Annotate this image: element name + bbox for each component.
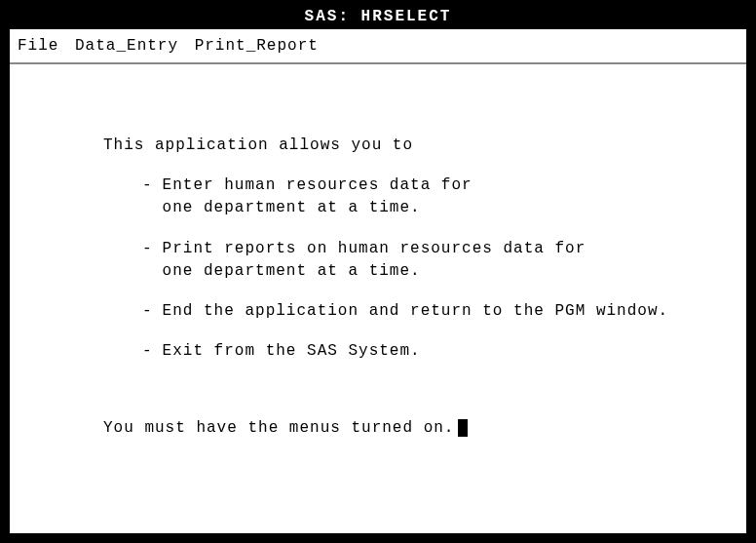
list-item-text: Enter human resources data for one depar… [163, 175, 472, 219]
intro-text: This application allows you to [103, 135, 727, 157]
feature-list: - Enter human resources data for one dep… [103, 175, 727, 363]
window-body: File Data_Entry Print_Report This applic… [10, 29, 746, 533]
dash-icon: - [142, 300, 153, 323]
menu-bar: File Data_Entry Print_Report [10, 29, 746, 64]
dash-icon: - [142, 340, 153, 363]
footer-message: You must have the menus turned on. [103, 419, 454, 437]
window-title: SAS: HRSELECT [10, 6, 746, 29]
menu-data-entry[interactable]: Data_Entry [75, 37, 178, 55]
menu-print-report[interactable]: Print_Report [195, 37, 319, 55]
list-item: - Print reports on human resources data … [142, 238, 727, 283]
footer-text: You must have the menus turned on. [103, 417, 727, 440]
text-cursor [458, 419, 468, 437]
dash-icon: - [142, 175, 153, 219]
list-item: - End the application and return to the … [142, 300, 727, 323]
list-item-text: End the application and return to the PG… [163, 300, 668, 323]
menu-file[interactable]: File [18, 37, 58, 55]
list-item-text: Exit from the SAS System. [163, 340, 421, 363]
list-item: - Exit from the SAS System. [142, 340, 727, 363]
dash-icon: - [142, 238, 153, 283]
list-item-text: Print reports on human resources data fo… [163, 238, 586, 283]
app-frame: SAS: HRSELECT File Data_Entry Print_Repo… [0, 0, 756, 543]
content-area: This application allows you to - Enter h… [10, 64, 746, 533]
list-item: - Enter human resources data for one dep… [142, 175, 727, 219]
